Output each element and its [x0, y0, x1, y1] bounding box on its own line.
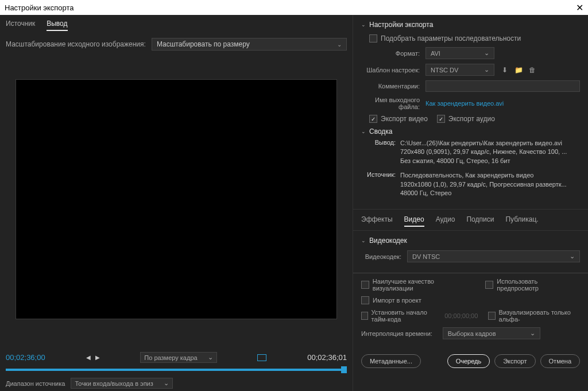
window-title: Настройки экспорта — [5, 3, 74, 12]
metadata-button[interactable]: Метаданные... — [361, 354, 421, 368]
range-value: Точки входа/выхода в эпиз — [75, 380, 153, 387]
set-timecode-checkbox[interactable] — [361, 312, 368, 320]
slider-handle[interactable] — [341, 366, 347, 373]
tab-audio[interactable]: Аудио — [436, 215, 455, 227]
summary-src-text: Последовательность, Как зарендерить виде… — [400, 171, 580, 198]
export-settings-section: ⌄ Настройки экспорта Подобрать параметры… — [353, 15, 588, 210]
range-dropdown[interactable]: Точки входа/выхода в эпиз ⌄ — [71, 378, 172, 389]
tab-publish[interactable]: Публикац. — [505, 215, 538, 227]
chevron-down-icon: ⌄ — [530, 330, 535, 337]
export-settings-title: Настройки экспорта — [369, 21, 433, 29]
max-quality-checkbox[interactable] — [361, 281, 369, 289]
chevron-down-icon: ⌄ — [484, 66, 489, 73]
summary-out-label: Вывод: — [361, 139, 400, 165]
codec-section: ⌄ Видеокодек Видеокодек: DV NTSC ⌄ — [353, 231, 588, 273]
output-name-label: Имя выходного файла: — [361, 96, 425, 110]
comments-input[interactable] — [425, 80, 580, 92]
chevron-down-icon: ⌄ — [337, 41, 342, 48]
timecode-out[interactable]: 00;02;36;01 — [307, 353, 347, 362]
fit-value: По размеру кадра — [144, 354, 197, 361]
codec-dropdown[interactable]: DV NTSC ⌄ — [407, 250, 580, 262]
fit-dropdown[interactable]: По размеру кадра ⌄ — [140, 352, 216, 363]
chevron-down-icon: ⌄ — [164, 380, 169, 387]
queue-button[interactable]: Очередь — [447, 354, 490, 368]
delete-preset-icon[interactable]: 🗑 — [528, 65, 537, 75]
export-audio-checkbox[interactable] — [437, 115, 445, 123]
title-bar: Настройки экспорта ✕ — [0, 0, 588, 15]
format-value: AVI — [431, 50, 440, 57]
chevron-down-icon: ⌄ — [570, 253, 575, 260]
preset-dropdown[interactable]: NTSC DV ⌄ — [425, 64, 494, 76]
left-panel: Источник Вывод Масштабирование исходного… — [0, 15, 353, 391]
settings-tabs: Эффекты Видео Аудио Подписи Публикац. — [353, 210, 588, 231]
timecode-in[interactable]: 00;02;36;00 — [6, 353, 45, 362]
tab-video[interactable]: Видео — [404, 215, 424, 227]
range-label: Диапазон источника — [6, 380, 65, 387]
codec-title: Видеокодек — [369, 237, 407, 245]
comments-label: Комментарии: — [361, 83, 425, 90]
cancel-button[interactable]: Отмена — [540, 354, 580, 368]
chevron-down-icon: ⌄ — [484, 49, 489, 57]
format-label: Формат: — [361, 50, 425, 57]
timecode-value: 00;00;00;00 — [444, 312, 478, 319]
use-previews-checkbox[interactable] — [485, 281, 493, 289]
chevron-down-icon: ⌄ — [361, 129, 366, 134]
tab-effects[interactable]: Эффекты — [361, 215, 393, 227]
interp-value: Выборка кадров — [448, 330, 496, 337]
interp-dropdown[interactable]: Выборка кадров ⌄ — [443, 327, 540, 339]
alpha-only-label: Визуализировать только альфа- — [499, 309, 580, 323]
next-frame-icon[interactable]: ▶ — [95, 354, 100, 361]
scale-value: Масштабировать по размеру — [157, 40, 250, 48]
summary-title: Сводка — [369, 127, 393, 136]
summary-src-label: Источник: — [361, 171, 400, 198]
chevron-down-icon: ⌄ — [208, 354, 213, 361]
footer-buttons: Метаданные... Очередь Экспорт Отмена — [353, 349, 588, 374]
codec-label: Видеокодек: — [361, 253, 407, 260]
right-panel: ⌄ Настройки экспорта Подобрать параметры… — [353, 15, 588, 391]
match-sequence-checkbox[interactable] — [369, 34, 377, 42]
output-name-link[interactable]: Как зарендерить видео.avi — [425, 100, 504, 107]
export-video-label: Экспорт видео — [381, 115, 428, 123]
prev-frame-icon[interactable]: ◀ — [86, 354, 91, 361]
use-previews-label: Использовать предпросмотр — [497, 278, 580, 292]
preset-value: NTSC DV — [431, 67, 458, 73]
summary-header[interactable]: ⌄ Сводка — [361, 127, 580, 136]
alpha-only-checkbox[interactable] — [488, 312, 495, 320]
tab-captions[interactable]: Подписи — [466, 215, 494, 227]
close-icon[interactable]: ✕ — [576, 2, 583, 13]
scale-label: Масштабирование исходного изображения: — [6, 40, 146, 48]
preset-label: Шаблон настроек: — [361, 67, 425, 73]
import-project-label: Импорт в проект — [373, 297, 421, 304]
aspect-ratio-icon[interactable] — [257, 354, 266, 361]
codec-value: DV NTSC — [412, 253, 440, 260]
summary-out-text: C:\User...(26)\Как рендерить\Как заренде… — [400, 139, 580, 165]
scale-dropdown[interactable]: Масштабировать по размеру ⌄ — [152, 38, 347, 51]
tab-output[interactable]: Вывод — [47, 20, 67, 31]
max-quality-label: Наилучшее качество визуализации — [373, 278, 475, 292]
import-project-checkbox[interactable] — [361, 296, 369, 304]
export-settings-header[interactable]: ⌄ Настройки экспорта — [361, 21, 580, 29]
set-timecode-label: Установить начало тайм-кода — [372, 309, 442, 323]
format-dropdown[interactable]: AVI ⌄ — [425, 47, 494, 59]
codec-header[interactable]: ⌄ Видеокодек — [361, 237, 580, 245]
preview-box — [16, 79, 337, 319]
tab-source[interactable]: Источник — [6, 20, 35, 31]
match-sequence-label: Подобрать параметры последовательности — [381, 34, 521, 42]
preview-area — [0, 56, 353, 349]
export-button[interactable]: Экспорт — [494, 354, 535, 368]
bottom-options: Наилучшее качество визуализации Использо… — [353, 273, 588, 349]
timeline-slider[interactable] — [6, 369, 347, 371]
save-preset-icon[interactable]: ⬇ — [500, 65, 509, 75]
import-preset-icon[interactable]: 📁 — [514, 65, 523, 75]
interp-label: Интерполяция времени: — [361, 330, 432, 337]
export-video-checkbox[interactable] — [369, 115, 377, 123]
chevron-down-icon: ⌄ — [361, 238, 366, 243]
chevron-down-icon: ⌄ — [361, 22, 366, 28]
export-audio-label: Экспорт аудио — [448, 115, 495, 123]
